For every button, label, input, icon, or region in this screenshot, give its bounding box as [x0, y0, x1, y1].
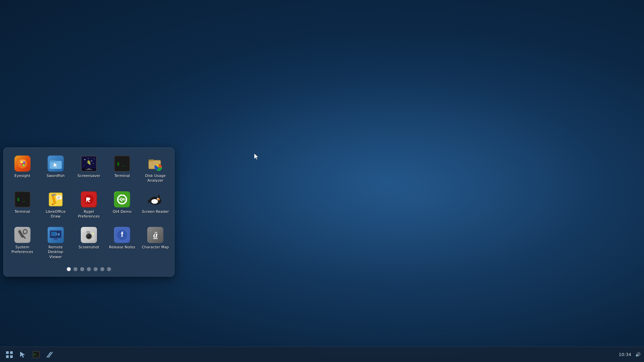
remote-desktop-label: Remote Desktop Viewer: [42, 245, 69, 259]
volume-icon[interactable]: 🔊: [635, 352, 641, 357]
char-map-icon: ä: [147, 227, 163, 243]
svg-marker-72: [20, 352, 25, 358]
page-dot-3[interactable]: [80, 267, 84, 271]
remote-desktop-icon: [48, 227, 64, 243]
swordfish-icon: [48, 156, 64, 172]
svg-rect-52: [54, 238, 58, 240]
app-grid-button[interactable]: [3, 349, 15, 361]
screenshot-label: Screenshot: [78, 245, 99, 250]
svg-rect-68: [6, 351, 9, 354]
app-swordfish[interactable]: Swordfish: [40, 153, 71, 186]
rygel-icon: [81, 191, 97, 207]
app-disk-usage[interactable]: Disk Usage Analyzer: [140, 153, 171, 186]
page-dot-2[interactable]: [73, 267, 77, 271]
app-terminal2[interactable]: $ _ Terminal: [7, 189, 38, 222]
settings-button[interactable]: [44, 349, 56, 361]
app-launcher: Eyesight Swordfish: [3, 147, 174, 277]
svg-point-20: [84, 165, 85, 166]
svg-rect-55: [52, 232, 56, 236]
svg-rect-71: [10, 355, 13, 358]
app-eyesight[interactable]: Eyesight: [7, 153, 38, 186]
eyesight-label: Eyesight: [14, 174, 30, 178]
cursor-button[interactable]: [17, 349, 29, 361]
app-remote-desktop[interactable]: Remote Desktop Viewer: [40, 224, 71, 262]
svg-point-16: [94, 159, 95, 159]
svg-rect-70: [6, 355, 9, 358]
screenshot-icon: [81, 227, 97, 243]
app-terminal1[interactable]: $ _ Terminal: [107, 153, 138, 186]
svg-point-46: [157, 198, 160, 200]
taskbar: >_ 10:34 🔊: [0, 347, 644, 362]
svg-point-13: [84, 159, 85, 160]
sys-prefs-label: System Preferences: [8, 245, 36, 255]
svg-point-63: [88, 235, 89, 236]
svg-point-64: [92, 233, 94, 235]
terminal2-icon: $ _: [14, 191, 31, 207]
app-sys-prefs[interactable]: System Preferences: [7, 224, 38, 262]
screen-reader-icon: [147, 191, 163, 207]
page-dot-6[interactable]: [100, 267, 104, 271]
taskbar-left: >_: [3, 349, 56, 361]
svg-rect-21: [88, 168, 90, 169]
svg-rect-69: [10, 351, 13, 354]
svg-point-17: [86, 163, 87, 163]
svg-rect-24: [149, 160, 154, 162]
app-rygel[interactable]: Rygel Preferences: [73, 189, 104, 222]
qt4demo-label: Qt4 Demo: [113, 209, 131, 214]
page-dot-7[interactable]: [107, 267, 111, 271]
page-dot-1[interactable]: [67, 267, 71, 271]
taskbar-right: 10:34 🔊: [619, 352, 641, 357]
app-qt4demo[interactable]: Qt Qt4 Demo: [107, 189, 138, 222]
svg-rect-53: [52, 240, 59, 240]
app-char-map[interactable]: ä Character Map: [140, 224, 171, 262]
svg-rect-22: [86, 169, 92, 170]
terminal-button[interactable]: >_: [30, 349, 42, 361]
screensaver-icon: [81, 156, 97, 172]
svg-point-14: [88, 158, 89, 159]
disk-usage-icon: [147, 156, 163, 172]
terminal1-icon: $ _: [114, 156, 130, 172]
svg-rect-58: [86, 231, 90, 233]
svg-point-4: [22, 164, 24, 166]
clock: 10:34: [619, 352, 631, 357]
terminal2-label: Terminal: [14, 209, 30, 214]
page-dot-4[interactable]: [87, 267, 91, 271]
swordfish-label: Swordfish: [47, 174, 65, 178]
sys-prefs-icon: [14, 227, 31, 243]
svg-text:f: f: [121, 230, 124, 239]
svg-point-3: [20, 164, 22, 166]
app-libreoffice-draw[interactable]: LibreOffice Draw: [40, 189, 71, 222]
rygel-label: Rygel Preferences: [75, 209, 103, 219]
app-screenshot[interactable]: Screenshot: [73, 224, 104, 262]
app-release-notes[interactable]: f Release Notes: [107, 224, 138, 262]
eyesight-icon: [14, 156, 31, 172]
svg-point-6: [20, 161, 22, 163]
svg-point-5: [23, 162, 25, 164]
char-map-label: Character Map: [142, 245, 169, 250]
page-dot-5[interactable]: [94, 267, 98, 271]
svg-point-15: [91, 161, 92, 162]
screen-reader-label: Screen Reader: [142, 209, 169, 214]
release-notes-icon: f: [114, 227, 130, 243]
pagination: [7, 265, 171, 273]
app-screensaver[interactable]: Screensaver: [73, 153, 104, 186]
svg-rect-9: [50, 160, 55, 162]
svg-text:Qt: Qt: [120, 197, 125, 202]
screensaver-label: Screensaver: [77, 174, 100, 178]
disk-usage-label: Disk Usage Analyzer: [142, 174, 169, 183]
svg-text:>_: >_: [34, 353, 38, 357]
libreoffice-draw-label: LibreOffice Draw: [42, 209, 69, 219]
svg-rect-56: [58, 233, 60, 236]
svg-point-43: [151, 199, 158, 204]
app-grid: Eyesight Swordfish: [7, 153, 171, 262]
release-notes-label: Release Notes: [109, 245, 135, 250]
app-screen-reader[interactable]: Screen Reader: [140, 189, 171, 222]
svg-point-19: [93, 163, 94, 164]
terminal1-label: Terminal: [114, 174, 130, 178]
qt4demo-icon: Qt: [114, 191, 130, 207]
libreoffice-draw-icon: [48, 191, 64, 207]
